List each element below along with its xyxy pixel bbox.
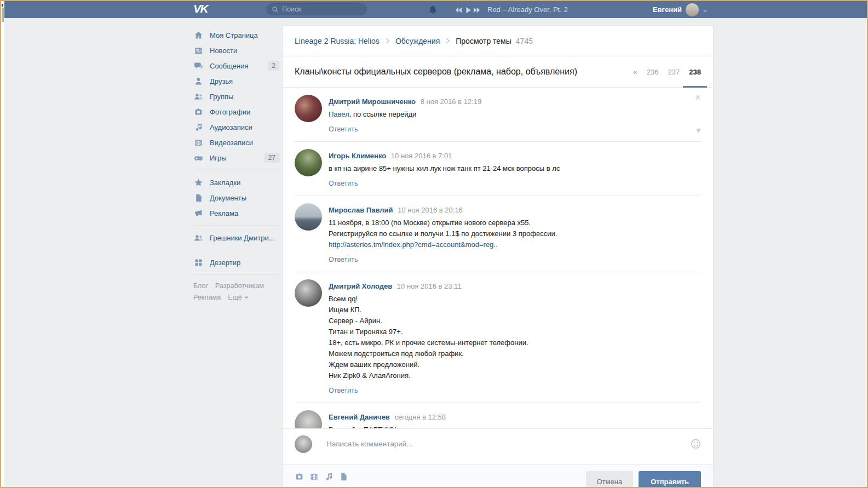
reply-link[interactable]: Ответить	[329, 385, 358, 396]
breadcrumb-current: Просмотр темы	[456, 37, 511, 45]
news-icon	[193, 45, 204, 56]
sidebar-item-ads[interactable]: Реклама	[193, 205, 279, 221]
groups-icon	[193, 91, 204, 102]
chevron-down-icon	[244, 296, 249, 299]
footer-link-ads[interactable]: Реклама	[193, 293, 221, 302]
now-playing-track[interactable]: Red – Already Over, Pt. 2	[487, 5, 568, 14]
megaphone-icon	[193, 208, 204, 219]
search-box[interactable]	[267, 3, 367, 15]
emoji-smiley-icon[interactable]	[691, 439, 701, 451]
sidebar-item-documents[interactable]: Документы	[193, 190, 279, 205]
comment-input[interactable]	[326, 440, 691, 448]
post-author-link[interactable]: Евгений Даничев	[329, 413, 390, 421]
music-icon	[193, 122, 204, 133]
post-text: в кп на аирине 85+ нужны хил лук нож тан…	[329, 163, 560, 174]
attach-document-icon[interactable]	[339, 472, 348, 481]
unread-count-badge: 2	[268, 61, 279, 71]
post-text: Всем qq! Ищем КП. Сервер - Айрин. Титан …	[329, 294, 528, 381]
document-icon	[193, 193, 204, 203]
left-scrollbar[interactable]	[1, 1, 4, 487]
post-author-avatar[interactable]	[295, 95, 322, 122]
scrollbar-thumb[interactable]	[2, 8, 4, 22]
sidebar-item-label: Закладки	[210, 179, 240, 187]
notifications-bell-icon[interactable]	[428, 4, 438, 15]
post-author-avatar[interactable]	[295, 149, 322, 176]
sidebar-divider	[193, 250, 279, 250]
sidebar-item-label: Фотографии	[210, 108, 250, 116]
cancel-button[interactable]: Отмена	[586, 471, 634, 488]
sidebar-item-audio[interactable]: Аудиозаписи	[193, 119, 279, 135]
post-list: Дмитрий Мирошниченко 8 ноя 2016 в 12:19 …	[283, 88, 713, 464]
breadcrumb-boards-link[interactable]: Обсуждения	[395, 37, 440, 45]
sidebar-item-videos[interactable]: Видеозаписи	[193, 135, 279, 150]
account-menu[interactable]: Евгений	[653, 1, 708, 18]
reply-link[interactable]: Ответить	[329, 254, 358, 265]
post-4: Дмитрий Холодев 10 ноя 2016 в 23:11 Всем…	[295, 272, 701, 403]
post-author-link[interactable]: Игорь Клименко	[329, 152, 386, 160]
chevron-right-icon	[446, 38, 450, 44]
pagination-page-236[interactable]: 236	[647, 68, 659, 76]
sidebar-item-app[interactable]: Дезертир	[193, 255, 279, 270]
people-icon	[193, 233, 204, 243]
attach-audio-icon[interactable]	[324, 472, 334, 481]
scrollbar-mark	[2, 4, 3, 7]
friend-icon	[193, 76, 204, 87]
footer-link-blog[interactable]: Блог	[193, 282, 208, 291]
vk-logo[interactable]: VK	[193, 2, 208, 15]
sidebar-item-photos[interactable]: Фотографии	[193, 104, 279, 119]
footer-link-more[interactable]: Ещё	[228, 293, 249, 302]
sidebar-item-friends[interactable]: Друзья	[193, 73, 279, 89]
chevron-down-icon	[703, 5, 708, 15]
heart-like-icon[interactable]: ♥	[696, 126, 701, 134]
topic-message-count: 4745	[516, 37, 533, 45]
player-previous-icon[interactable]	[454, 6, 463, 16]
breadcrumb: Lineage 2 Russia: Helios Обсуждения Прос…	[283, 26, 713, 56]
close-icon[interactable]: ✕	[694, 94, 701, 101]
player-play-icon[interactable]	[465, 6, 472, 16]
topic-panel: Lineage 2 Russia: Helios Обсуждения Прос…	[282, 25, 714, 488]
sidebar-item-news[interactable]: Новости	[193, 43, 279, 58]
games-count-badge: 27	[265, 153, 279, 163]
pagination-page-active[interactable]: 238	[689, 56, 701, 87]
reply-link[interactable]: Ответить	[329, 124, 358, 135]
post-text-rest: , по ссылке перейди	[349, 110, 417, 118]
account-avatar	[686, 3, 699, 16]
sidebar-item-community[interactable]: Грешники Дмитри...	[193, 230, 279, 245]
sidebar-item-label: Моя Страница	[210, 31, 258, 39]
sidebar-item-label: Дезертир	[210, 259, 240, 267]
post-author-link[interactable]: Мирослав Павлий	[329, 206, 393, 214]
pagination-page-237[interactable]: 237	[668, 68, 680, 76]
topic-header: Кланы\консты официальных серверов (рекла…	[283, 56, 713, 88]
search-icon	[272, 6, 279, 13]
pagination-prev[interactable]: «	[633, 67, 637, 76]
account-user-name: Евгений	[653, 5, 682, 14]
sidebar-item-games[interactable]: Игры 27	[193, 150, 279, 165]
attach-video-icon[interactable]	[309, 472, 319, 481]
sidebar-item-groups[interactable]: Группы	[193, 89, 279, 104]
sidebar-item-my-page[interactable]: Моя Страница	[193, 27, 279, 43]
mention-link[interactable]: Павел	[329, 110, 349, 118]
post-author-link[interactable]: Дмитрий Холодев	[329, 282, 392, 290]
attach-photo-icon[interactable]	[295, 472, 304, 481]
external-link[interactable]: http://asterios.tm/index.php?cmd=account…	[329, 239, 498, 250]
sidebar-item-label: Группы	[210, 93, 233, 101]
sidebar-footer-links: Блог Разработчикам Реклама Ещё	[193, 282, 275, 302]
player-next-icon[interactable]	[473, 6, 482, 16]
sidebar-item-messages[interactable]: Сообщения 2	[193, 58, 279, 73]
post-author-link[interactable]: Дмитрий Мирошниченко	[329, 97, 416, 106]
sidebar-item-label: Реклама	[210, 209, 238, 217]
post-3: Мирослав Павлий 10 ноя 2016 в 20:16 11 н…	[295, 196, 701, 272]
sidebar-item-label: Сообщения	[210, 62, 249, 70]
post-author-avatar[interactable]	[295, 279, 322, 307]
star-icon	[193, 177, 204, 188]
breadcrumb-community-link[interactable]: Lineage 2 Russia: Helios	[295, 37, 380, 45]
footer-link-developers[interactable]: Разработчикам	[215, 282, 264, 291]
reply-link[interactable]: Ответить	[329, 178, 358, 189]
send-button[interactable]: Отправить	[639, 471, 701, 488]
sidebar-divider	[193, 274, 279, 275]
composer-avatar[interactable]	[295, 435, 312, 453]
search-input[interactable]	[282, 5, 370, 13]
sidebar-item-bookmarks[interactable]: Закладки	[193, 175, 279, 190]
attachment-toolbar	[295, 472, 348, 481]
post-author-avatar[interactable]	[295, 203, 322, 231]
